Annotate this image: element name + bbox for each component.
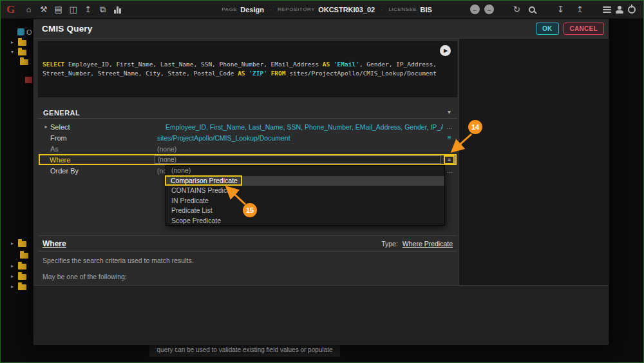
expander-icon[interactable]: ▸: [11, 273, 16, 279]
dropdown-item-comparison-predicate[interactable]: Comparison Predicate: [166, 176, 444, 186]
folder-icon: [18, 50, 26, 55]
document-icon: [17, 28, 24, 35]
tree-root-item[interactable]: O: [17, 28, 32, 36]
as-label: As: [50, 145, 157, 153]
help-type: Type: Where Predicate: [381, 240, 453, 248]
undo-icon[interactable]: ←: [470, 5, 480, 14]
expander-icon[interactable]: ▸: [11, 240, 16, 246]
dropdown-item-contains-predicate[interactable]: CONTAINS Predicate: [166, 186, 444, 196]
topbar-action-icons: ← → ↻ ↧ ↥: [470, 5, 643, 14]
type-label: Type:: [381, 240, 398, 248]
help-line-2: May be one of the following:: [43, 273, 453, 280]
chart-icon[interactable]: [110, 6, 125, 14]
cancel-button[interactable]: CANCEL: [564, 23, 604, 35]
as-value[interactable]: (none): [157, 145, 443, 153]
redo-icon[interactable]: →: [484, 5, 494, 14]
property-row-as[interactable]: As (none): [39, 143, 456, 154]
run-query-button[interactable]: ▶: [440, 45, 451, 56]
dialog-title: CMIS Query: [33, 24, 93, 34]
help-header: Where Type: Where Predicate: [38, 236, 457, 251]
where-menu-button[interactable]: ≡: [444, 155, 455, 164]
repository-label: REPOSITORY: [278, 6, 315, 12]
layers-icon[interactable]: [603, 6, 611, 13]
tree-item[interactable]: [25, 75, 32, 84]
property-row-select[interactable]: ▸ Select Employee_ID, First_Name, Last_N…: [39, 121, 456, 132]
context-breadcrumb: PAGE Design · REPOSITORY OKCSTRKI03_02 ·…: [222, 6, 438, 14]
download-icon[interactable]: ↧: [553, 5, 568, 14]
licensee-name: BIS: [421, 6, 432, 14]
orderby-more-button[interactable]: ...: [443, 167, 456, 174]
orderby-label: Order By: [50, 167, 157, 175]
general-section-header[interactable]: GENERAL ▾: [38, 107, 457, 119]
dialog-titlebar: CMIS Query OK CANCEL: [33, 19, 609, 39]
help-panel: Where Type: Where Predicate Specifies th…: [38, 235, 457, 285]
red-item-icon: [25, 77, 32, 83]
dialog-bottom-area: [33, 285, 609, 345]
help-heading: Where: [43, 239, 66, 248]
expander-icon[interactable]: ▸: [11, 263, 16, 269]
tools-icon[interactable]: ⚒: [36, 5, 51, 14]
folder-icon: [20, 59, 28, 65]
property-row-where[interactable]: Where (none) ≡: [39, 154, 457, 165]
tree-folder-item[interactable]: ▸: [11, 282, 26, 291]
archive-icon[interactable]: ▤: [51, 5, 66, 14]
predicate-dropdown: (none) Comparison Predicate CONTAINS Pre…: [166, 165, 445, 226]
page-label: PAGE: [222, 6, 237, 12]
expander-icon[interactable]: ▾: [11, 49, 16, 55]
folder-icon: [18, 284, 26, 290]
upload-icon[interactable]: ↥: [573, 5, 587, 14]
general-section-label: GENERAL: [43, 109, 80, 117]
expander-icon[interactable]: ▸: [11, 284, 16, 289]
app-logo[interactable]: G: [6, 3, 15, 16]
search-icon[interactable]: [529, 6, 535, 13]
application-window: G ⌂ ⚒ ▤ ◫ ↥ ⧉ PAGE Design · REPOSITORY O…: [0, 0, 644, 363]
separator: ·: [270, 6, 272, 13]
expander-icon[interactable]: ▸: [11, 39, 16, 45]
select-value[interactable]: Employee_ID, First_Name, Last_Name, SSN,…: [166, 123, 443, 131]
from-value[interactable]: sites/ProjectApollo/CMIS_Lookup/Document: [157, 134, 443, 142]
from-menu-icon[interactable]: ≡: [443, 134, 456, 141]
page-name[interactable]: Design: [240, 6, 264, 14]
where-value: (none): [158, 156, 176, 163]
query-editor[interactable]: ▶ SELECT Employee_ID, First_Name, Last_N…: [38, 41, 457, 97]
dropdown-item-none[interactable]: (none): [166, 166, 444, 176]
folder-icon: [18, 274, 26, 280]
separator: ·: [381, 6, 383, 13]
from-label: From: [50, 134, 157, 142]
panel-icon[interactable]: ◫: [66, 5, 80, 14]
user-icon[interactable]: [616, 6, 623, 14]
property-row-from[interactable]: From sites/ProjectApollo/CMIS_Lookup/Doc…: [39, 132, 456, 143]
repository-name[interactable]: OKCSTRKI03_02: [318, 6, 375, 14]
properties-panel: GENERAL ▾ ▸ Select Employee_ID, First_Na…: [38, 107, 457, 227]
dropdown-item-in-predicate[interactable]: IN Predicate: [166, 196, 444, 206]
ok-button[interactable]: OK: [536, 23, 559, 35]
tree-folder-item[interactable]: ▸: [11, 239, 26, 248]
help-line-1: Specifies the search criteria used to ma…: [43, 257, 453, 264]
expander-icon[interactable]: ▸: [42, 124, 50, 130]
dropdown-item-scope-predicate[interactable]: Scope Predicate: [166, 216, 444, 226]
tree-folder-item[interactable]: [20, 57, 28, 66]
copy-icon[interactable]: ⧉: [95, 5, 110, 15]
dropdown-item-predicate-list[interactable]: Predicate List: [166, 206, 444, 216]
tree-folder-item[interactable]: [20, 251, 28, 259]
home-icon[interactable]: ⌂: [21, 5, 36, 14]
right-panel: [459, 39, 609, 285]
tree-folder-item[interactable]: ▸: [11, 262, 26, 270]
topbar: G ⌂ ⚒ ▤ ◫ ↥ ⧉ PAGE Design · REPOSITORY O…: [1, 1, 643, 19]
cmis-query-dialog: CMIS Query OK CANCEL ▶ SELECT Employee_I…: [33, 19, 609, 344]
publish-icon[interactable]: ↥: [80, 5, 95, 14]
status-tooltip-text: query can be used to validate existing f…: [157, 346, 333, 353]
select-label: Select: [50, 123, 166, 131]
power-icon[interactable]: [628, 6, 636, 14]
tree-label: O: [26, 28, 32, 36]
where-value-field[interactable]: (none): [155, 155, 441, 164]
tree-folder-item[interactable]: ▾: [11, 48, 26, 56]
tree-folder-item[interactable]: ▸: [11, 272, 26, 280]
select-more-button[interactable]: ...: [443, 123, 456, 130]
type-link[interactable]: Where Predicate: [402, 240, 453, 248]
chevron-down-icon[interactable]: ▾: [448, 108, 451, 115]
topbar-nav-icons: G ⌂ ⚒ ▤ ◫ ↥ ⧉: [1, 3, 125, 16]
licensee-label: LICENSEE: [388, 6, 417, 12]
refresh-icon[interactable]: ↻: [509, 5, 524, 14]
tree-folder-item[interactable]: ▸: [11, 38, 26, 46]
